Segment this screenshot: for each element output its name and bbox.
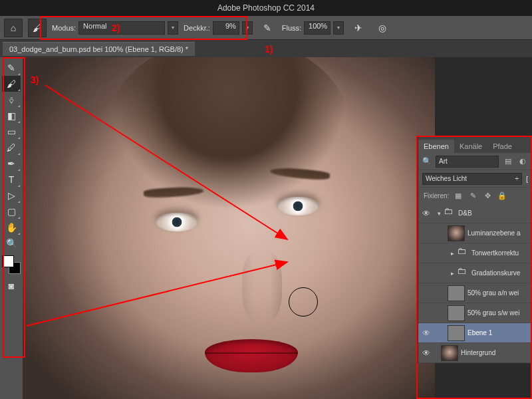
airbrush-icon[interactable]: ✈: [349, 19, 368, 37]
document-tab[interactable]: 03_dodge_and_burn.psd bei 100% (Ebene 1,…: [3, 42, 195, 56]
expand-icon[interactable]: ▾: [434, 210, 444, 217]
color-swatches[interactable]: [2, 255, 21, 274]
quickmask-tool[interactable]: ◙: [2, 278, 21, 294]
options-bar: ⌂ 🖌 Modus: Normal ▾ Deckkr.: 9% ▾ ✎ Flus…: [0, 16, 532, 40]
layer-thumb: [448, 325, 465, 341]
pen-tool[interactable]: ✒: [2, 156, 21, 172]
eyedropper-tool[interactable]: ✎: [2, 60, 21, 76]
layer-ebene1[interactable]: 👁 Ebene 1: [418, 323, 532, 343]
blend-mode-select[interactable]: Weiches Licht÷: [422, 173, 522, 185]
path-select-tool[interactable]: ▷: [2, 188, 21, 203]
filter-adj-icon[interactable]: ◐: [517, 156, 528, 167]
layer-50-an[interactable]: 50% grau a/n wei: [418, 283, 532, 303]
shape-tool[interactable]: ▢: [2, 203, 21, 219]
app-titlebar: Adobe Photoshop CC 2014: [0, 0, 532, 16]
annotation-label-2: 2): [112, 23, 120, 33]
opacity-arrow[interactable]: ▾: [242, 21, 253, 35]
layer-thumb: [448, 225, 465, 241]
flow-input[interactable]: 100%: [304, 21, 331, 35]
filter-img-icon[interactable]: ▤: [503, 156, 513, 167]
layer-filter-select[interactable]: Art: [436, 156, 499, 168]
pressure-size-icon[interactable]: ◎: [373, 19, 392, 37]
tools-panel: ✎ 🖌 ⎀ ◧ ▭ 🖊 ✒ T ▷ ▢ ✋ 🔍 ◙: [0, 57, 23, 399]
brush-cursor: [289, 287, 318, 317]
layer-hintergrund[interactable]: 👁 Hintergrund: [418, 343, 532, 363]
layers-panel: Ebenen Kanäle Pfade 🔍 Art ▤ ◐ Weiches Li…: [418, 137, 532, 363]
lock-move-icon[interactable]: ✥: [482, 190, 493, 201]
visibility-icon[interactable]: 👁: [418, 329, 434, 338]
mode-label: Modus:: [52, 24, 76, 32]
layer-thumb: [448, 305, 465, 321]
annotation-label-1: 1): [265, 44, 273, 55]
lock-row: Fixieren: ▦ ✎ ✥ 🔒: [418, 188, 532, 203]
type-tool[interactable]: T: [2, 172, 21, 188]
opacity-panel-label: [: [526, 175, 528, 183]
layer-group-db[interactable]: 👁 ▾ 🗀 D&B: [418, 203, 532, 223]
lock-transparent-icon[interactable]: ▦: [453, 190, 464, 201]
hand-tool[interactable]: ✋: [2, 219, 21, 235]
filter-type-icon[interactable]: 🔍: [422, 157, 432, 166]
dodge-tool[interactable]: 🖊: [2, 140, 21, 156]
eraser-tool[interactable]: ◧: [2, 108, 21, 124]
visibility-icon[interactable]: 👁: [418, 348, 434, 358]
layer-tonwert[interactable]: ▸🗀Tonwertkorrektu: [418, 243, 532, 263]
folder-icon: 🗀: [444, 205, 456, 221]
layer-50-sw[interactable]: 50% grau s/w wei: [418, 303, 532, 323]
flow-label: Fluss:: [282, 24, 301, 32]
brush-preset-icon[interactable]: 🖌: [28, 19, 47, 37]
opacity-input[interactable]: 9%: [213, 21, 239, 35]
tab-layers[interactable]: Ebenen: [418, 140, 454, 153]
mode-select-arrow[interactable]: ▾: [168, 21, 178, 35]
gradient-tool[interactable]: ▭: [2, 124, 21, 140]
zoom-tool[interactable]: 🔍: [2, 235, 21, 251]
brush-tool[interactable]: 🖌: [2, 76, 21, 92]
lock-all-icon[interactable]: 🔒: [497, 190, 507, 201]
layers-list: 👁 ▾ 🗀 D&B Luminanzebene a ▸🗀Tonwertkorre…: [418, 203, 532, 363]
home-icon[interactable]: ⌂: [4, 19, 23, 37]
layer-gradation[interactable]: ▸🗀Gradationskurve: [418, 263, 532, 283]
folder-icon: 🗀: [457, 245, 469, 261]
layer-luminanz[interactable]: Luminanzebene a: [418, 223, 532, 243]
tab-paths[interactable]: Pfade: [487, 140, 517, 153]
photo-portrait: [23, 57, 435, 399]
layer-thumb: [448, 285, 465, 301]
flow-arrow[interactable]: ▾: [333, 21, 344, 35]
visibility-icon[interactable]: 👁: [418, 209, 434, 218]
expand-icon[interactable]: ▸: [448, 270, 457, 277]
opacity-label: Deckkr.:: [184, 24, 210, 32]
stamp-tool[interactable]: ⎀: [2, 92, 21, 108]
lock-paint-icon[interactable]: ✎: [467, 190, 478, 201]
layer-thumb: [441, 345, 458, 361]
folder-icon: 🗀: [457, 265, 469, 281]
pressure-opacity-icon[interactable]: ✎: [258, 19, 277, 37]
tab-channels[interactable]: Kanäle: [454, 140, 487, 153]
expand-icon[interactable]: ▸: [448, 250, 457, 257]
mode-select[interactable]: Normal: [78, 21, 165, 35]
foreground-color-swatch[interactable]: [2, 255, 14, 267]
annotation-label-3: 3): [31, 74, 39, 85]
